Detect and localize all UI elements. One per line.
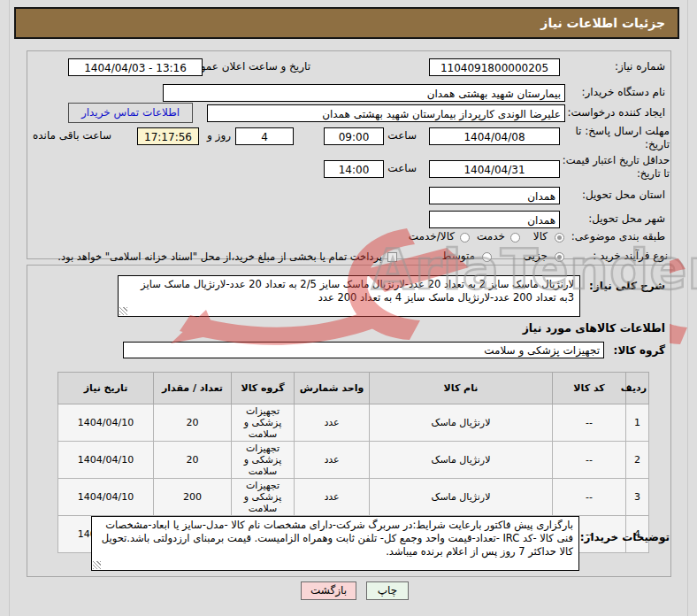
cell-row-number: 3: [626, 479, 649, 516]
col-row-number: ردیف: [626, 373, 649, 404]
cell-group: تجهیزات پزشکی و سلامت: [232, 404, 295, 442]
delivery-province-field[interactable]: همدان: [429, 187, 560, 204]
remaining-suffix-label: ساعت باقی مانده: [33, 129, 111, 142]
days-suffix-label: روز و: [207, 129, 231, 142]
col-item-name: نام کالا: [370, 373, 553, 404]
days-remaining-field[interactable]: 4: [235, 127, 294, 145]
col-need-date: تاریخ نیاز: [58, 373, 154, 404]
treasury-payment-label: پرداخت تمام یا بخشی از مبلغ خرید،از محل …: [57, 250, 382, 263]
need-number-field[interactable]: 1104091800000205: [429, 58, 560, 76]
category-option-service: خدمت: [477, 230, 505, 243]
page-header: جزئیات اطلاعات نیاز: [14, 7, 679, 39]
cell-group: تجهیزات پزشکی و سلامت: [232, 479, 295, 516]
buyer-contact-button[interactable]: اطلاعات تماس خریدار: [68, 103, 193, 123]
price-validity-date-field[interactable]: 1404/04/31: [429, 160, 560, 178]
back-button[interactable]: بازگشت: [301, 581, 356, 600]
buyer-notes-textarea[interactable]: بارگزاری پیش فاکتور بارعایت شرایط:در سرب…: [91, 516, 579, 571]
cell-unit: عدد: [295, 479, 370, 516]
buyer-org-field[interactable]: بیمارستان شهید بهشتی همدان: [163, 84, 565, 102]
category-radio-service[interactable]: [510, 233, 520, 243]
table-row: 3 -- لارنژیال ماسک عدد تجهیزات پزشکی و س…: [58, 479, 649, 516]
cell-need-date: 1404/04/10: [58, 442, 154, 479]
category-label: طبقه بندی موضوعی:: [571, 230, 665, 243]
print-button[interactable]: چاپ: [366, 581, 409, 600]
category-option-goods-service: کالا/خدمت: [409, 230, 455, 243]
cell-item-code: --: [553, 404, 626, 442]
delivery-city-label: شهر محل تحویل:: [588, 212, 665, 225]
reply-deadline-label: مهلت ارسال پاسخ: تا تاریخ:: [572, 125, 670, 151]
cell-item-name: لارنژیال ماسک: [370, 404, 553, 442]
table-row: 2 -- لارنژیال ماسک عدد تجهیزات پزشکی و س…: [58, 442, 649, 479]
need-details-page: جزئیات اطلاعات نیاز شماره نیاز: 11040918…: [0, 0, 697, 616]
process-option-medium: متوسط: [441, 250, 475, 262]
cell-item-code: --: [553, 442, 626, 479]
cell-item-name: لارنژیال ماسک: [370, 442, 553, 479]
price-validity-time-field[interactable]: 14:00: [324, 160, 384, 178]
need-description-textarea[interactable]: لارنژیال ماسک سایز 2 به تعداد 20 عدد-لار…: [118, 275, 580, 317]
col-unit: واحد شمارش: [295, 373, 370, 404]
cell-row-number: 1: [626, 404, 649, 442]
cell-item-name: لارنژیال ماسک: [370, 479, 553, 516]
category-radio-goods[interactable]: [555, 233, 564, 243]
buyer-org-label: نام دستگاه خریدار:: [582, 86, 666, 98]
category-radio-goods-service[interactable]: [460, 233, 470, 243]
watermark-logo-edge-icon: [670, 257, 697, 345]
price-validity-label: حداقل تاریخ اعتبار قیمت: تا تاریخ:: [562, 154, 670, 181]
category-option-goods: کالا: [533, 230, 548, 243]
announce-datetime-field[interactable]: 1404/04/03 - 13:16: [68, 58, 203, 76]
col-item-code: کد کالا: [553, 373, 626, 404]
request-creator-label: ایجاد کننده درخواست:: [567, 106, 665, 119]
cell-quantity: 200: [154, 479, 232, 516]
items-table-header-row: ردیف کد کالا نام کالا واحد شمارش گروه کا…: [58, 373, 649, 404]
need-description-label: شرح کلی نیاز:: [589, 280, 665, 292]
request-creator-field[interactable]: علیرضا الوندی کارپرداز بیمارستان شهید به…: [207, 104, 565, 122]
col-group: گروه کالا: [232, 373, 295, 404]
col-quantity: تعداد / مقدار: [154, 373, 232, 404]
cell-quantity: 20: [154, 404, 232, 442]
cell-group: تجهیزات پزشکی و سلامت: [232, 442, 295, 479]
cell-need-date: 1404/04/10: [58, 479, 154, 516]
reply-deadline-time-field[interactable]: 09:00: [324, 127, 384, 145]
delivery-city-field[interactable]: همدان: [429, 211, 560, 228]
time-remaining-field[interactable]: 17:17:56: [137, 127, 199, 145]
process-radio-minor[interactable]: [555, 252, 564, 262]
need-number-label: شماره نیاز:: [615, 60, 665, 73]
process-radio-medium[interactable]: [482, 252, 492, 262]
page-title: جزئیات اطلاعات نیاز: [540, 16, 665, 30]
process-type-label: نوع فرآیند خرید :: [593, 250, 668, 262]
table-row: 1 -- لارنژیال ماسک عدد تجهیزات پزشکی و س…: [58, 404, 649, 442]
process-option-minor: جزیی: [524, 250, 548, 262]
cell-need-date: 1404/04/10: [58, 404, 154, 442]
cell-item-code: --: [553, 479, 626, 516]
goods-section-title: اطلاعات کالاهای مورد نیاز: [523, 321, 665, 335]
cell-unit: عدد: [295, 404, 370, 442]
buyer-notes-label: توضیحات خریدار:: [580, 531, 670, 543]
cell-row-number: 2: [626, 442, 649, 479]
validity-hour-label: ساعت: [387, 162, 417, 174]
treasury-payment-checkbox[interactable]: [387, 252, 397, 262]
reply-deadline-date-field[interactable]: 1404/04/08: [429, 127, 560, 145]
goods-group-field[interactable]: تجهیزات پزشکی و سلامت: [123, 342, 604, 358]
goods-group-label: گروه کالا:: [614, 344, 665, 357]
cell-unit: عدد: [295, 442, 370, 479]
delivery-province-label: استان محل تحویل:: [582, 189, 665, 201]
deadline-hour-label: ساعت: [387, 129, 417, 142]
cell-quantity: 20: [154, 442, 232, 479]
